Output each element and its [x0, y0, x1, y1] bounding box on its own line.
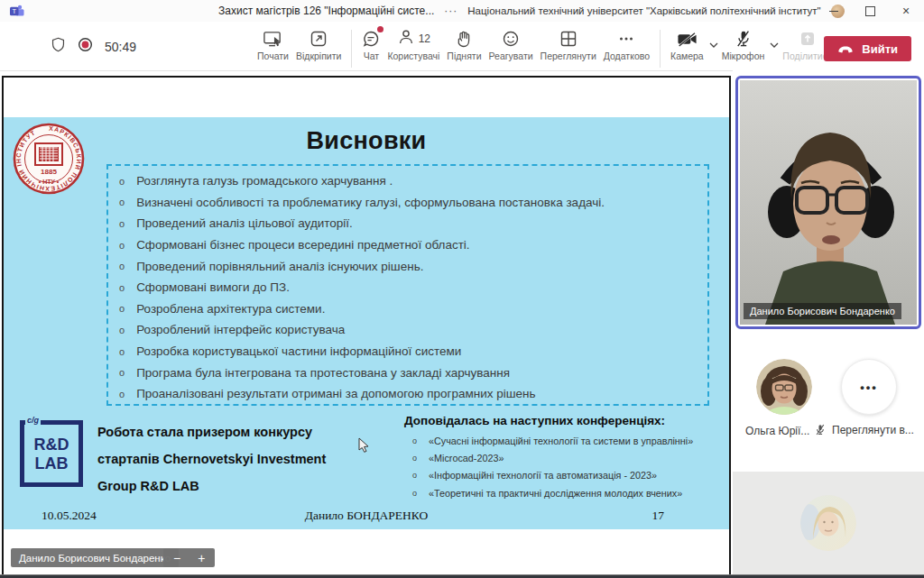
conferences-title: Доповідалась на наступних конференціях:: [404, 414, 720, 427]
zoom-out-button[interactable]: −: [173, 551, 180, 565]
meeting-timer: 50:49: [105, 40, 136, 54]
mic-off-icon: [735, 29, 752, 48]
taskbar-edge: [0, 574, 924, 578]
conclusion-item: Проведений аналіз цільової аудиторії.: [119, 213, 707, 234]
conferences-section: Доповідалась на наступних конференціях: …: [404, 414, 720, 502]
grid-view-icon: [559, 29, 578, 48]
organizer-title: Національний технічний університет "Харк…: [467, 5, 820, 16]
slide-zoom-controls: − +: [163, 548, 215, 567]
participant-photo: [756, 359, 812, 415]
slide-author: Данило БОНДАРЕНКО: [4, 509, 729, 523]
more-participants-avatar[interactable]: •••: [841, 359, 897, 415]
conference-item: «Теоретичні та практичні дослідження мол…: [404, 485, 720, 502]
maximize-icon: [865, 6, 875, 16]
speaker-video-image: [740, 80, 917, 325]
zoom-in-button[interactable]: +: [198, 551, 205, 565]
chat-notification-dot: [377, 26, 383, 32]
mic-options-chevron-icon[interactable]: [770, 35, 779, 51]
titlebar-overflow-menu[interactable]: ···: [444, 5, 457, 17]
participants-count: 12: [419, 32, 430, 45]
participant-name-label: Ольга Юрії...: [745, 425, 809, 437]
maximize-button[interactable]: [852, 0, 888, 22]
teams-app-icon: T: [9, 5, 24, 17]
award-line: стартапів Chernovetskyi Investment: [97, 445, 326, 472]
slide-title: Висновки: [4, 127, 729, 155]
shield-icon: [51, 36, 66, 57]
seal-ntu: • НТУ •: [39, 179, 60, 185]
toolbar-separator: [351, 30, 352, 68]
chat-icon: [362, 29, 380, 48]
window-titlebar: T Захист магістрів 126 "Інформаційні сис…: [0, 0, 924, 23]
participants-sidebar: Данило Борисович Бондаренко: [733, 70, 924, 574]
start-presenting-button[interactable]: Почати: [254, 29, 292, 61]
conclusions-box: Розглянута галузь громадського харчуванн…: [106, 164, 709, 406]
present-screen-icon: [263, 29, 283, 48]
more-participants-dots-icon: •••: [860, 381, 878, 394]
participants-row: ••• Ольга Юрії... Переглянути в...: [733, 359, 924, 440]
close-button[interactable]: ×: [888, 0, 924, 22]
unpin-button[interactable]: Відкріпити: [292, 29, 345, 61]
conclusion-item: Розглянута галузь громадського харчуванн…: [119, 170, 707, 192]
meeting-title: Захист магістрів 126 "Інформаційні систе…: [218, 5, 434, 17]
conclusion-item: Розроблена архітектура системи.: [119, 298, 707, 320]
conference-item: «Інформаційні технології та автоматизаці…: [404, 467, 720, 484]
share-icon: [799, 29, 817, 48]
phone-handset-icon: [837, 42, 854, 56]
camera-options-chevron-icon[interactable]: [709, 35, 718, 51]
seal-year: 1885: [41, 168, 57, 176]
conclusion-item: Розробка користувацької частини інформац…: [119, 341, 707, 362]
minimize-icon: [829, 11, 838, 12]
self-view-avatar: [800, 495, 856, 551]
smiley-icon: [502, 29, 520, 48]
award-section: c/g R&D LAB Робота стала призером конкур…: [20, 415, 326, 500]
svg-text:T: T: [12, 7, 16, 15]
speaker-name-label: Данило Борисович Бондаренко: [744, 303, 901, 319]
speaker-video-tile[interactable]: Данило Борисович Бондаренко: [735, 76, 921, 329]
participant-mic-off-icon: [815, 424, 826, 438]
unpin-icon: [310, 29, 328, 48]
award-text: Робота стала призером конкурсу стартапів…: [97, 415, 326, 500]
self-view-tile[interactable]: [733, 472, 924, 574]
view-more-label[interactable]: Переглянути в...: [832, 424, 914, 436]
participants-button[interactable]: 12 Користувачі: [383, 29, 443, 61]
conclusion-item: Сформовані вимоги до ПЗ.: [119, 277, 707, 298]
rdlab-cg-mark: c/g: [25, 416, 41, 425]
conclusion-item: Розроблений інтерфейс користувача: [119, 319, 707, 341]
slide-footer: 10.05.2024 Данило БОНДАРЕНКО 17: [4, 509, 729, 527]
people-icon: [397, 28, 415, 49]
conclusion-item: Програма була інтегрована та протестован…: [119, 362, 707, 383]
rdlab-logo: c/g R&D LAB: [20, 420, 83, 487]
participant-avatar[interactable]: [756, 359, 812, 415]
conference-item: «Сучасні інформаційні технології та сист…: [404, 433, 720, 450]
conclusion-item: Визначені особливості та проблематику га…: [119, 192, 707, 214]
conclusions-list: Розглянута галузь громадського харчуванн…: [108, 170, 707, 405]
react-button[interactable]: Реагувати: [485, 29, 537, 61]
meeting-toolbar: 50:49 Почати Відкріпити Чат: [0, 22, 924, 71]
speaker-video: Данило Борисович Бондаренко: [740, 80, 917, 325]
chat-button[interactable]: Чат: [358, 29, 383, 61]
award-line: Group R&D LAB: [97, 472, 326, 500]
raised-hand-icon: [456, 29, 472, 48]
conclusion-item: Проаналізовані результати отримані за до…: [119, 383, 707, 405]
more-options-button[interactable]: Додатково: [600, 29, 653, 61]
leave-button[interactable]: Вийти: [824, 36, 911, 61]
rdlab-rd-text: R&D: [34, 436, 69, 453]
view-button[interactable]: Переглянути: [537, 29, 600, 61]
mouse-cursor-icon: [358, 437, 370, 456]
recording-indicator-icon: [78, 37, 93, 56]
camera-off-icon: [677, 29, 698, 48]
shared-presentation-stage: ХАРКІВСЬКИЙ ПОЛІТЕХНІЧНИЙ ІНСТИТУТ 1885 …: [2, 76, 731, 574]
slide-page-number: 17: [652, 509, 665, 523]
minimize-button[interactable]: [816, 0, 852, 22]
rdlab-lab-text: LAB: [35, 455, 69, 472]
presenter-name-tag: Данило Борисович Бондаренко: [11, 548, 179, 567]
camera-button[interactable]: Камера: [667, 29, 707, 61]
conference-item: «Microcad-2023»: [404, 450, 720, 467]
microphone-button[interactable]: Мікрофон: [718, 29, 769, 61]
toolbar-separator: [660, 30, 661, 68]
conferences-list: «Сучасні інформаційні технології та сист…: [404, 433, 720, 502]
ellipsis-icon: [617, 29, 635, 48]
slide: ХАРКІВСЬКИЙ ПОЛІТЕХНІЧНИЙ ІНСТИТУТ 1885 …: [4, 117, 729, 529]
raise-hand-button[interactable]: Підняти: [443, 29, 485, 61]
award-line: Робота стала призером конкурсу: [97, 418, 326, 445]
